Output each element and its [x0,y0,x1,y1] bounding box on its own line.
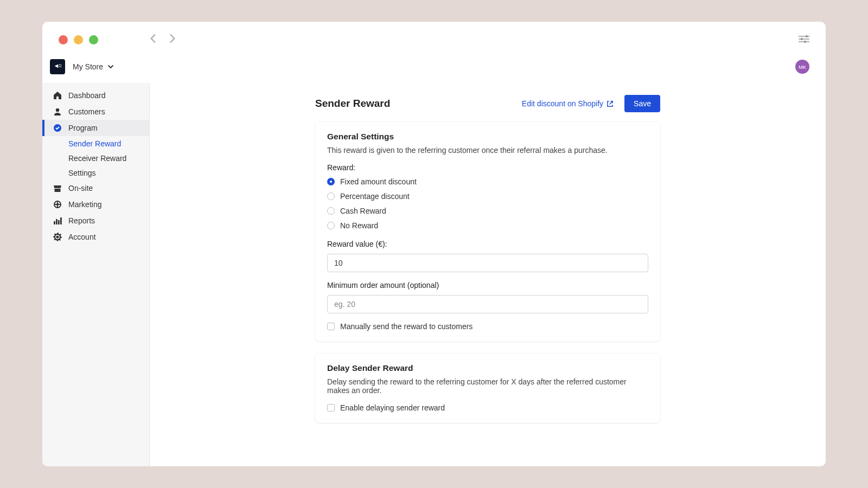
radio-icon [327,178,335,185]
radio-icon [327,207,335,215]
sidebar-label: Customers [68,107,105,116]
sidebar-subitem-sender-reward[interactable]: Sender Reward [42,136,149,151]
window-chrome [42,22,826,56]
sidebar-subitem-receiver-reward[interactable]: Receiver Reward [42,151,149,165]
page-title: Sender Reward [315,98,390,110]
radio-percentage[interactable]: Percentage discount [327,192,648,201]
page-header: Sender Reward Edit discount on Shopify S… [315,95,660,112]
card-description: Delay sending the reward to the referrin… [327,377,648,395]
top-bar: My Store MK [42,56,826,83]
sidebar-label: On-site [68,184,93,192]
delay-reward-card: Delay Sender Reward Delay sending the re… [315,354,660,423]
save-button[interactable]: Save [624,95,660,112]
svg-point-5 [805,41,806,42]
sidebar: Dashboard Customers Program Sender Rewar… [42,83,150,466]
home-icon [53,91,62,100]
traffic-light-minimize[interactable] [74,35,83,44]
general-settings-card: General Settings This reward is given to… [315,122,660,342]
svg-point-8 [56,108,59,112]
gear-icon [53,233,62,241]
radio-cash[interactable]: Cash Reward [327,207,648,215]
reward-value-input[interactable] [327,254,648,272]
sidebar-subitem-settings[interactable]: Settings [42,165,149,180]
store-selector[interactable]: My Store [73,62,114,71]
sidebar-label: Account [68,233,96,241]
radio-icon [327,222,335,229]
radio-fixed-amount[interactable]: Fixed amount discount [327,177,648,186]
sidebar-label: Marketing [68,200,101,209]
chart-bar-icon [53,216,62,225]
edit-discount-link[interactable]: Edit discount on Shopify [522,99,614,108]
min-order-label: Minimum order amount (optional) [327,281,648,290]
external-link-icon [607,100,614,107]
avatar[interactable]: MK [795,60,809,74]
sidebar-label: Reports [68,216,95,225]
program-icon [53,124,62,132]
nav-back-icon[interactable] [150,34,156,46]
radio-icon [327,192,335,200]
sidebar-item-account[interactable]: Account [42,229,149,245]
card-title: General Settings [327,132,648,142]
person-icon [53,107,62,116]
checkbox-icon [327,404,335,412]
traffic-light-close[interactable] [59,35,68,44]
sidebar-item-onsite[interactable]: On-site [42,180,149,196]
reward-radio-group: Fixed amount discount Percentage discoun… [327,177,648,230]
sidebar-item-program[interactable]: Program [42,120,149,136]
store-name: My Store [73,62,103,71]
sidebar-label: Dashboard [68,91,106,100]
chevron-down-icon [107,65,114,69]
main-content: Sender Reward Edit discount on Shopify S… [150,83,826,466]
svg-rect-13 [56,219,58,224]
svg-point-1 [806,35,808,37]
marketing-icon [53,200,62,209]
sidebar-item-marketing[interactable]: Marketing [42,196,149,213]
checkbox-icon [327,323,335,330]
reward-label: Reward: [327,163,648,172]
enable-delay-checkbox[interactable]: Enable delaying sender reward [327,403,648,412]
traffic-light-zoom[interactable] [89,35,98,44]
traffic-lights [59,35,98,44]
svg-point-3 [801,38,803,40]
sidebar-item-customers[interactable]: Customers [42,104,149,120]
sidebar-item-reports[interactable]: Reports [42,213,149,229]
manual-send-checkbox[interactable]: Manually send the reward to customers [327,322,648,331]
card-description: This reward is given to the referring cu… [327,146,648,155]
min-order-input[interactable] [327,295,648,313]
svg-rect-15 [60,217,62,224]
svg-point-11 [57,204,59,206]
reward-value-label: Reward value (€): [327,240,648,248]
sidebar-item-dashboard[interactable]: Dashboard [42,87,149,104]
card-title: Delay Sender Reward [327,363,648,373]
svg-rect-12 [54,221,55,224]
settings-sliders-icon[interactable] [799,35,809,45]
svg-rect-14 [58,220,60,224]
app-logo-icon [50,59,65,74]
sidebar-label: Program [68,124,98,132]
nav-forward-icon[interactable] [169,34,176,46]
radio-no-reward[interactable]: No Reward [327,221,648,230]
storefront-icon [53,184,62,192]
app-window: My Store MK Dashboard Customers [42,22,826,466]
